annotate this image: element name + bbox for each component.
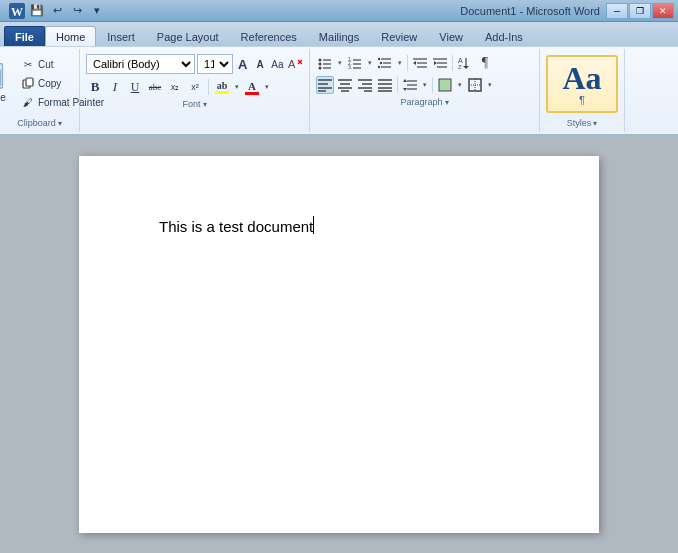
shrink-font-btn[interactable]: A xyxy=(252,55,267,73)
tab-references[interactable]: References xyxy=(230,26,308,46)
tab-insert[interactable]: Insert xyxy=(96,26,146,46)
copy-label: Copy xyxy=(38,78,61,89)
tab-review[interactable]: Review xyxy=(370,26,428,46)
align-left-btn[interactable] xyxy=(316,76,334,94)
multilevel-dropdown[interactable]: ▾ xyxy=(396,54,404,72)
tab-file[interactable]: File xyxy=(4,26,45,46)
italic-btn[interactable]: I xyxy=(106,78,124,96)
tab-mailings[interactable]: Mailings xyxy=(308,26,370,46)
font-color-btn[interactable]: A xyxy=(243,78,261,96)
bold-btn[interactable]: B xyxy=(86,78,104,96)
tab-home[interactable]: Home xyxy=(45,26,96,46)
document-content: This is a test document xyxy=(159,218,313,235)
numbering-btn[interactable]: 1. 2. 3. xyxy=(346,54,364,72)
show-marks-btn[interactable]: ¶ xyxy=(476,54,494,72)
format-painter-icon: 🖌 xyxy=(21,95,35,109)
subscript-btn[interactable]: x₂ xyxy=(166,78,184,96)
underline-btn[interactable]: U xyxy=(126,78,144,96)
clear-format-btn[interactable]: A xyxy=(287,55,303,73)
clipboard-group-label: Clipboard ▾ xyxy=(4,116,75,130)
restore-btn[interactable]: ❐ xyxy=(629,3,651,19)
font-group-label: Font ▾ xyxy=(84,97,305,111)
shading-btn[interactable] xyxy=(436,76,454,94)
line-spacing-dropdown[interactable]: ▾ xyxy=(421,76,429,94)
styles-expand-icon[interactable]: ▾ xyxy=(593,119,597,128)
font-row2: B I U abc x₂ x² ab ▾ xyxy=(84,77,305,97)
font-expand-icon[interactable]: ▾ xyxy=(203,100,207,109)
strikethrough-btn[interactable]: abc xyxy=(146,78,164,96)
bullets-dropdown[interactable]: ▾ xyxy=(336,54,344,72)
line-spacing-btn[interactable] xyxy=(401,76,419,94)
para-row2: ▾ ▾ xyxy=(314,75,535,95)
ribbon-content: Paste ✂ Cut Copy xyxy=(0,46,678,134)
text-cursor xyxy=(313,216,314,234)
highlight-dropdown-btn[interactable]: ▾ xyxy=(233,78,241,96)
decrease-indent-btn[interactable] xyxy=(411,54,429,72)
align-center-btn[interactable] xyxy=(336,76,354,94)
justify-btn[interactable] xyxy=(376,76,394,94)
styles-aa-display: Aa xyxy=(562,62,601,94)
tab-add-ins[interactable]: Add-Ins xyxy=(474,26,534,46)
svg-point-27 xyxy=(380,62,382,64)
window-controls: ─ ❐ ✕ xyxy=(606,3,674,19)
borders-btn[interactable] xyxy=(466,76,484,94)
align-right-btn[interactable] xyxy=(356,76,374,94)
styles-group: Aa ¶ Styles ▾ xyxy=(540,49,625,132)
svg-marker-38 xyxy=(434,61,437,65)
svg-text:Z: Z xyxy=(458,64,462,70)
borders-dropdown[interactable]: ▾ xyxy=(486,76,494,94)
sort-btn[interactable]: A Z xyxy=(456,54,474,72)
font-name-select[interactable]: Calibri (Body) xyxy=(86,54,195,74)
svg-point-17 xyxy=(319,67,322,70)
superscript-btn[interactable]: x² xyxy=(186,78,204,96)
minimize-btn[interactable]: ─ xyxy=(606,3,628,19)
font-group: Calibri (Body) 11 A A Aa A xyxy=(80,49,310,132)
save-quick-btn[interactable]: 💾 xyxy=(28,2,46,20)
paragraph-expand-icon[interactable]: ▾ xyxy=(445,98,449,107)
document-area: This is a test document xyxy=(0,136,678,553)
svg-text:W: W xyxy=(11,5,23,19)
quick-access-toolbar: W 💾 ↩ ↪ ▾ xyxy=(4,2,110,20)
font-size-select[interactable]: 11 xyxy=(197,54,233,74)
clipboard-expand-icon[interactable]: ▾ xyxy=(58,119,62,128)
svg-point-29 xyxy=(378,66,380,68)
multilevel-btn[interactable] xyxy=(376,54,394,72)
cut-icon: ✂ xyxy=(21,57,35,71)
tab-view[interactable]: View xyxy=(428,26,474,46)
undo-quick-btn[interactable]: ↩ xyxy=(48,2,66,20)
window-title: Document1 - Microsoft Word xyxy=(110,5,606,17)
title-bar: W 💾 ↩ ↪ ▾ Document1 - Microsoft Word ─ ❐… xyxy=(0,0,678,22)
svg-marker-42 xyxy=(463,66,469,69)
paste-label: Paste xyxy=(0,92,6,103)
svg-point-13 xyxy=(319,59,322,62)
bullets-btn[interactable] xyxy=(316,54,334,72)
paragraph-group: ▾ 1. 2. 3. ▾ xyxy=(310,49,540,132)
change-case-btn[interactable]: Aa xyxy=(270,55,285,73)
svg-rect-9 xyxy=(26,78,33,86)
svg-marker-34 xyxy=(413,61,416,65)
svg-text:A: A xyxy=(458,57,463,64)
shading-dropdown[interactable]: ▾ xyxy=(456,76,464,94)
customize-quick-btn[interactable]: ▾ xyxy=(88,2,106,20)
document-page[interactable]: This is a test document xyxy=(79,156,599,533)
styles-pi-display: ¶ xyxy=(579,94,585,106)
word-icon: W xyxy=(8,2,26,20)
close-btn[interactable]: ✕ xyxy=(652,3,674,19)
styles-group-label: Styles ▾ xyxy=(544,116,620,130)
font-row1: Calibri (Body) 11 A A Aa A xyxy=(84,53,305,75)
svg-rect-64 xyxy=(439,79,451,91)
ribbon: File Home Insert Page Layout References … xyxy=(0,22,678,136)
svg-point-25 xyxy=(378,58,380,60)
text-highlight-btn[interactable]: ab xyxy=(213,78,231,96)
grow-font-btn[interactable]: A xyxy=(235,55,250,73)
numbering-dropdown[interactable]: ▾ xyxy=(366,54,374,72)
redo-quick-btn[interactable]: ↪ xyxy=(68,2,86,20)
paste-button[interactable]: Paste xyxy=(0,53,15,106)
increase-indent-btn[interactable] xyxy=(431,54,449,72)
font-color-dropdown-btn[interactable]: ▾ xyxy=(263,78,271,96)
styles-preview: Aa ¶ xyxy=(546,55,618,113)
svg-point-15 xyxy=(319,63,322,66)
tab-page-layout[interactable]: Page Layout xyxy=(146,26,230,46)
svg-marker-63 xyxy=(403,88,407,91)
clipboard-group: Paste ✂ Cut Copy xyxy=(0,49,80,132)
